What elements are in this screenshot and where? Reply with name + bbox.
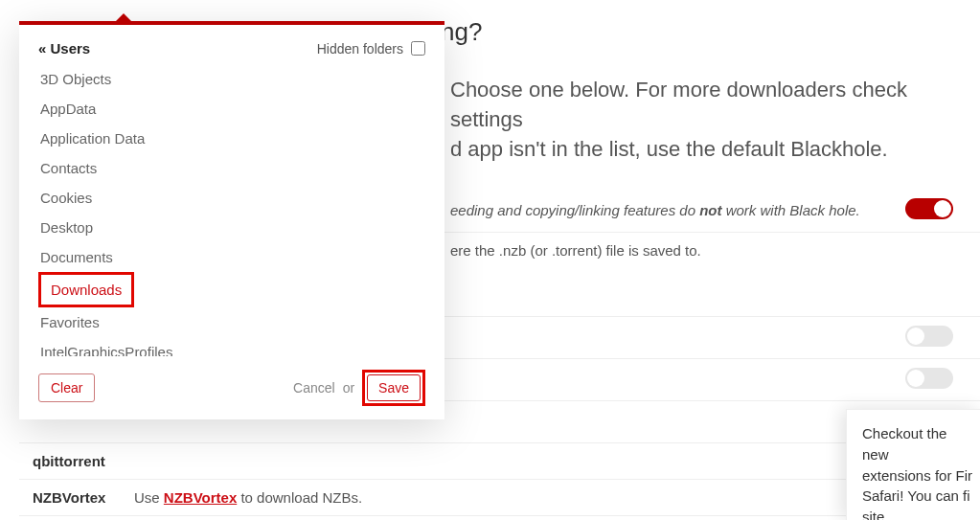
bh-note-bold: not — [699, 202, 721, 218]
folder-list[interactable]: 3D Objects AppData Application Data Cont… — [38, 64, 425, 356]
hidden-folders-label: Hidden folders — [317, 41, 403, 57]
blackhole-toggle[interactable] — [905, 198, 953, 219]
page-lead: Choose one below. For more downloaders c… — [450, 76, 980, 164]
lead-line-1: Choose one below. For more downloaders c… — [450, 78, 907, 131]
folder-item[interactable]: AppData — [38, 94, 423, 124]
toast-line-2: extensions for Fir — [862, 467, 972, 484]
folder-item[interactable]: Application Data — [38, 124, 423, 153]
toast-line-3: Safari! You can fi — [862, 487, 970, 504]
folder-breadcrumb[interactable]: « Users — [38, 40, 90, 57]
blackhole-folder-hint: ere the .nzb (or .torrent) file is saved… — [450, 242, 980, 259]
hidden-folders-checkbox[interactable] — [411, 41, 425, 56]
folder-picker-popup: « Users Hidden folders 3D Objects AppDat… — [19, 21, 444, 419]
toast-line-1: Checkout the new — [862, 425, 946, 463]
bh-note-prefix: eeding and copying/linking features do — [450, 202, 699, 218]
option-toggle-1[interactable] — [905, 326, 953, 347]
page-title: ng? — [441, 17, 980, 47]
nzbvortex-link[interactable]: NZBVortex — [164, 489, 237, 506]
folder-item[interactable]: Contacts — [38, 153, 423, 183]
cancel-button[interactable]: Cancel — [293, 380, 335, 396]
folder-item[interactable]: Favorites — [38, 307, 423, 337]
or-text: or — [343, 380, 354, 396]
save-highlight: Save — [362, 370, 425, 406]
blackhole-note: eeding and copying/linking features do n… — [450, 202, 905, 218]
extensions-toast[interactable]: Checkout the new extensions for Fir Safa… — [846, 409, 980, 520]
folder-item[interactable]: Cookies — [38, 183, 423, 213]
nzbvortex-post: to download NZBs. — [237, 489, 362, 506]
folder-item[interactable]: IntelGraphicsProfiles — [38, 337, 423, 356]
nzbvortex-pre: Use — [134, 489, 164, 506]
downloads-highlight: Downloads — [38, 272, 134, 307]
folder-item[interactable]: 3D Objects — [38, 64, 423, 94]
option-toggle-2[interactable] — [905, 368, 953, 389]
lead-line-2: d app isn't in the list, use the default… — [450, 137, 888, 161]
folder-item[interactable]: Documents — [38, 242, 423, 272]
hidden-folders-option[interactable]: Hidden folders — [317, 41, 425, 57]
toast-line-4: site — [862, 509, 884, 520]
bh-note-suffix: work with Black hole. — [722, 202, 860, 218]
folder-item-downloads[interactable]: Downloads — [41, 275, 131, 305]
save-button[interactable]: Save — [367, 374, 421, 401]
clear-button[interactable]: Clear — [38, 373, 95, 402]
folder-item[interactable]: Desktop — [38, 213, 423, 242]
nzbvortex-label: NZBVortex — [19, 489, 134, 506]
qbittorrent-label: qbittorrent — [19, 453, 134, 469]
